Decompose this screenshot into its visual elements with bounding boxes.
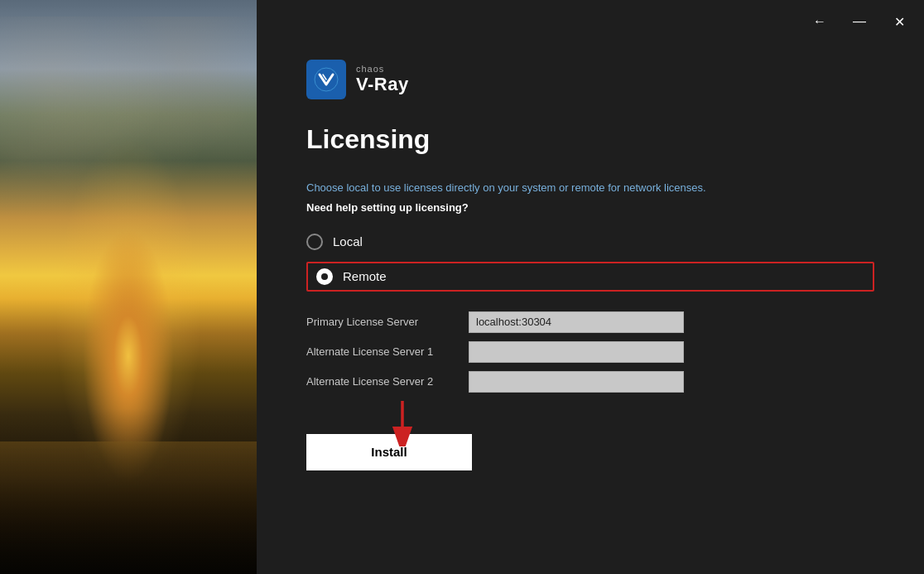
logo-text: chaos V-Ray <box>356 64 409 95</box>
remote-option-container[interactable]: Remote <box>306 262 874 292</box>
vray-logo-svg <box>313 66 339 93</box>
title-bar: ← — ✕ <box>257 0 924 43</box>
page-title: Licensing <box>306 124 874 155</box>
back-button[interactable]: ← <box>808 10 831 33</box>
chaos-label: chaos <box>356 64 409 74</box>
local-radio[interactable] <box>306 234 323 250</box>
alternate2-server-label: Alternate License Server 2 <box>306 375 455 388</box>
radio-inner-dot <box>321 273 328 280</box>
alternate1-server-label: Alternate License Server 1 <box>306 345 455 358</box>
help-text: Need help setting up licensing? <box>306 201 874 214</box>
radio-group: Local Remote <box>306 234 874 292</box>
alternate1-server-row: Alternate License Server 1 <box>306 341 874 363</box>
primary-server-label: Primary License Server <box>306 316 455 328</box>
alternate1-server-input[interactable] <box>469 341 684 363</box>
installer-panel: ← — ✕ chaos V-Ray Licensing Choose local… <box>257 0 924 574</box>
primary-server-input[interactable] <box>469 311 684 333</box>
primary-server-row: Primary License Server <box>306 311 874 333</box>
remote-radio[interactable] <box>316 268 333 285</box>
server-fields: Primary License Server Alternate License… <box>306 311 874 393</box>
vray-label: V-Ray <box>356 74 409 95</box>
install-arrow <box>386 401 419 446</box>
alternate2-server-input[interactable] <box>469 371 684 393</box>
description-text: Choose local to use licenses directly on… <box>306 180 874 196</box>
background-image <box>0 0 257 574</box>
local-option[interactable]: Local <box>306 234 874 250</box>
logo-icon <box>306 60 346 99</box>
remote-label: Remote <box>343 269 387 283</box>
minimize-button[interactable]: — <box>848 10 871 33</box>
install-area: Install <box>306 434 874 470</box>
close-button[interactable]: ✕ <box>888 10 911 33</box>
content-area: chaos V-Ray Licensing Choose local to us… <box>257 43 924 574</box>
alternate2-server-row: Alternate License Server 2 <box>306 371 874 393</box>
local-label: Local <box>333 234 363 248</box>
logo-area: chaos V-Ray <box>306 60 874 99</box>
